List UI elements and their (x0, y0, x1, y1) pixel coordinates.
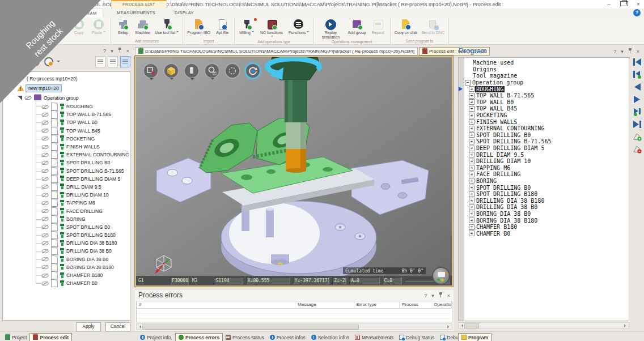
skip-to-start-button[interactable] (632, 58, 642, 66)
ribbon-button[interactable]: NC functions (257, 19, 286, 40)
program-operation-row[interactable]: DRILLING DIAM 10 (465, 158, 628, 165)
expand-icon[interactable] (469, 165, 474, 170)
cancel-button[interactable]: Cancel (105, 322, 130, 331)
ribbon-button[interactable]: Program ISO (186, 19, 211, 35)
ribbon-button[interactable]: Apt file (213, 19, 231, 35)
dropdown-caret-icon[interactable] (170, 78, 173, 82)
ribbon-button[interactable]: Setup (114, 19, 132, 35)
list-view-medium-button[interactable] (108, 56, 118, 67)
expand-icon[interactable] (469, 93, 474, 99)
expand-icon[interactable] (469, 172, 474, 177)
ribbon-button[interactable]: Machine (134, 19, 152, 35)
expand-icon[interactable] (469, 113, 474, 118)
panel-menu-icon[interactable]: ▾ (111, 48, 113, 54)
panel-menu-icon[interactable]: ▾ (431, 293, 434, 299)
scrollbar-thumb[interactable] (142, 325, 359, 330)
bottom-dock-tab[interactable]: Process infos (267, 334, 308, 341)
errors-hscrollbar[interactable] (136, 323, 452, 330)
ribbon-button[interactable]: Milling (238, 19, 256, 35)
expand-icon[interactable] (469, 198, 474, 203)
eye-hidden-icon[interactable] (41, 160, 49, 165)
program-hscrollbar[interactable] (458, 322, 629, 329)
ribbon-button[interactable]: Paste (90, 19, 108, 35)
panel-pin-icon[interactable] (439, 292, 443, 299)
eye-hidden-icon[interactable] (41, 201, 49, 206)
expand-icon[interactable] (469, 159, 474, 164)
program-operation-row[interactable]: TOP WALL B0 (465, 99, 628, 106)
ribbon-button[interactable]: Functions (287, 19, 310, 35)
program-operation-row[interactable]: BORING DIA 38 B180 (465, 217, 628, 224)
tab-measurements[interactable]: MEASUREMENTS (111, 8, 161, 18)
eye-hidden-icon[interactable] (24, 95, 32, 100)
program-operation-row[interactable]: BORING (465, 178, 628, 185)
step-back-button[interactable] (632, 83, 642, 91)
eye-hidden-icon[interactable] (41, 184, 49, 189)
expand-icon[interactable] (469, 185, 474, 190)
bottom-dock-tab[interactable]: Process status (223, 334, 267, 341)
expand-icon[interactable] (469, 119, 474, 125)
operation-tree-item[interactable]: SPOT DRILLING B0 (35, 159, 130, 167)
eye-hidden-icon[interactable] (41, 193, 49, 198)
program-operation-row[interactable]: DEEP DRILLING DIAM 5 (465, 145, 628, 152)
dropdown-caret-icon[interactable] (190, 78, 194, 82)
panel-close-icon[interactable]: × (637, 49, 639, 54)
eye-hidden-icon[interactable] (41, 249, 49, 254)
eye-hidden-icon[interactable] (41, 265, 49, 270)
zoom-button[interactable] (204, 63, 220, 79)
operation-tree-item[interactable]: DRILLING DIAM 10 (35, 191, 130, 199)
program-dock-tab[interactable]: Program (458, 333, 492, 341)
bottom-dock-tab[interactable]: Measurements (352, 334, 396, 341)
operation-tree-item[interactable]: FACE DRILLING (35, 207, 130, 215)
operation-tree-item[interactable]: BORING DIA 38 B0 (35, 255, 130, 263)
program-operation-row[interactable]: DRILLING DIA 38 B0 (465, 204, 628, 211)
program-operation-row[interactable]: CHAMFER B0 (465, 230, 628, 237)
eye-hidden-icon[interactable] (41, 176, 49, 181)
expand-icon[interactable] (469, 99, 474, 105)
operation-tree-item[interactable]: SPOT DRILLING B-71.565 (35, 167, 130, 175)
rotate-view-button[interactable] (245, 63, 261, 79)
minimize-button[interactable]: – (605, 1, 612, 7)
next-tool-button[interactable] (632, 108, 642, 116)
program-operation-row[interactable]: DRILLING DIA 38 B180 (465, 197, 628, 204)
bottom-dock-tab[interactable]: Project info. (137, 334, 175, 341)
left-dock-tab[interactable]: Process edit (29, 333, 72, 341)
expand-icon[interactable] (469, 146, 474, 151)
expand-icon[interactable] (469, 132, 474, 138)
eye-hidden-icon[interactable] (41, 144, 49, 150)
scroll-left-icon[interactable] (138, 325, 141, 329)
eye-hidden-icon[interactable] (41, 112, 49, 117)
tree-root-node[interactable]: ( Re-process mp10+20) (27, 75, 130, 83)
scroll-right-icon[interactable] (624, 324, 628, 327)
collapse-icon[interactable] (465, 80, 471, 86)
expand-icon[interactable] (469, 224, 474, 230)
program-node-machine-used[interactable]: Machine used (465, 59, 628, 66)
panel-pin-icon[interactable] (118, 48, 122, 54)
panel-close-icon[interactable]: × (447, 293, 450, 299)
tool-view-button[interactable] (184, 63, 200, 79)
eye-hidden-icon[interactable] (41, 257, 49, 262)
bottom-dock-tab[interactable]: Process errors (175, 333, 223, 341)
machine-state-button[interactable] (432, 267, 450, 285)
apply-button[interactable]: Apply (76, 322, 101, 331)
program-operation-row[interactable]: BORING DIA 38 B0 (465, 211, 628, 218)
operation-tree-item[interactable]: BORING DIA 38 B180 (35, 263, 130, 271)
eye-hidden-icon[interactable] (41, 152, 49, 157)
tab-project-file[interactable]: D:\Data\SPRING TECHNOLOGIES\NCSIMUL SOLU… (135, 47, 418, 56)
program-operation-row[interactable]: TOP WALL B45 (465, 105, 628, 112)
column-header[interactable]: # (137, 301, 295, 308)
program-operation-row[interactable]: FACE DRILLING (465, 171, 628, 178)
skip-to-end-button[interactable] (632, 120, 642, 129)
selection-button[interactable] (224, 63, 240, 79)
eye-hidden-icon[interactable] (41, 120, 49, 125)
expand-icon[interactable] (469, 126, 474, 131)
expand-icon[interactable] (469, 204, 474, 210)
program-operation-row[interactable]: ROUGHING (465, 86, 628, 92)
program-operation-row[interactable]: SPOT DRILLING B180 (465, 191, 628, 198)
program-node-tool-magazine[interactable]: Tool magazine (465, 73, 628, 79)
operation-tree-item[interactable]: TOP WALL B0 (35, 118, 130, 126)
panel-help-icon[interactable]: ? (103, 48, 106, 54)
bottom-dock-tab[interactable]: Selection infos (308, 334, 352, 341)
ribbon-button[interactable]: Add group (346, 19, 367, 35)
tree-program-node[interactable]: new mp10+20 (18, 84, 130, 92)
ribbon-button[interactable]: Send to DNC (420, 19, 446, 35)
